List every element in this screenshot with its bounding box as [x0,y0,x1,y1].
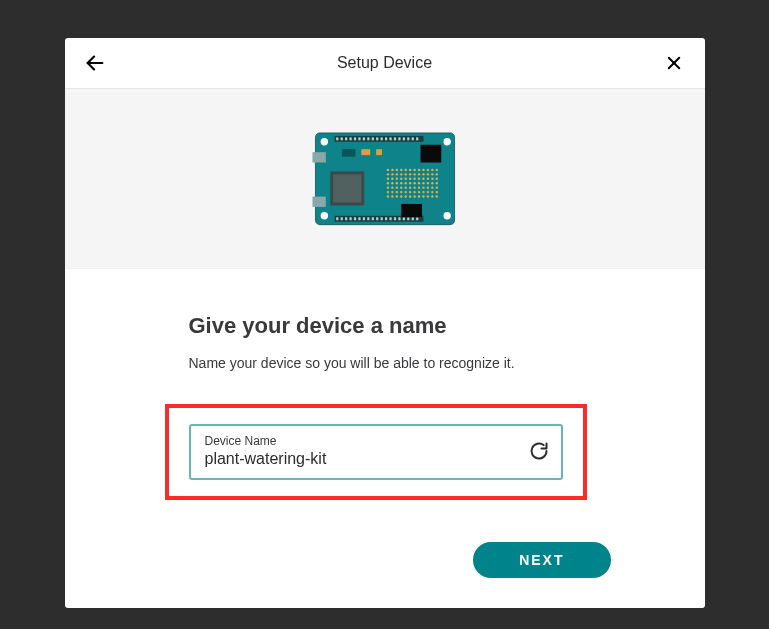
svg-point-77 [408,173,410,175]
svg-rect-30 [353,217,355,220]
svg-point-119 [435,186,437,188]
svg-point-137 [408,195,410,197]
svg-rect-43 [411,217,413,220]
svg-point-63 [400,168,402,170]
svg-rect-11 [358,137,360,140]
page-heading: Give your device a name [189,313,581,339]
svg-rect-18 [389,137,391,140]
svg-point-102 [413,182,415,184]
svg-point-111 [400,186,402,188]
svg-point-93 [426,177,428,179]
svg-point-120 [386,191,388,193]
svg-point-90 [413,177,415,179]
svg-rect-39 [393,217,395,220]
svg-point-132 [386,195,388,197]
svg-rect-6 [336,137,338,140]
svg-point-88 [404,177,406,179]
device-name-input[interactable] [205,450,529,468]
svg-rect-9 [349,137,351,140]
svg-point-140 [422,195,424,197]
svg-rect-38 [389,217,391,220]
svg-point-95 [435,177,437,179]
modal-content: Give your device a name Name your device… [65,269,705,542]
svg-rect-21 [402,137,404,140]
svg-rect-17 [385,137,387,140]
modal-header: Setup Device [65,38,705,89]
svg-point-118 [431,186,433,188]
svg-rect-24 [416,137,418,140]
svg-point-110 [395,186,397,188]
close-button[interactable] [662,51,686,75]
svg-point-131 [435,191,437,193]
input-label: Device Name [205,434,529,448]
svg-rect-5 [334,136,423,142]
svg-rect-34 [371,217,373,220]
svg-point-133 [391,195,393,197]
svg-point-115 [417,186,419,188]
svg-point-130 [431,191,433,193]
svg-point-117 [426,186,428,188]
svg-point-64 [404,168,406,170]
svg-point-99 [400,182,402,184]
svg-point-89 [408,177,410,179]
svg-rect-10 [353,137,355,140]
svg-point-96 [386,182,388,184]
svg-rect-36 [380,217,382,220]
svg-rect-19 [393,137,395,140]
svg-point-86 [395,177,397,179]
svg-point-84 [386,177,388,179]
svg-point-134 [395,195,397,197]
svg-point-116 [422,186,424,188]
setup-device-modal: Setup Device [65,38,705,608]
svg-point-104 [422,182,424,184]
svg-point-124 [404,191,406,193]
modal-footer: NEXT [65,542,705,608]
svg-point-94 [431,177,433,179]
svg-point-121 [391,191,393,193]
svg-point-73 [391,173,393,175]
svg-rect-52 [333,174,361,202]
back-button[interactable] [83,51,107,75]
svg-rect-7 [340,137,342,140]
svg-rect-42 [407,217,409,220]
svg-point-68 [422,168,424,170]
svg-point-83 [435,173,437,175]
svg-point-65 [408,168,410,170]
modal-title: Setup Device [337,54,432,72]
svg-rect-16 [380,137,382,140]
svg-point-81 [426,173,428,175]
svg-rect-56 [361,149,370,155]
svg-point-71 [435,168,437,170]
svg-rect-29 [349,217,351,220]
svg-rect-14 [371,137,373,140]
svg-rect-55 [342,149,355,156]
svg-point-142 [431,195,433,197]
svg-point-48 [443,212,450,219]
svg-point-112 [404,186,406,188]
svg-rect-41 [402,217,404,220]
svg-rect-57 [376,149,382,155]
highlighted-region: Device Name [165,404,587,500]
svg-point-91 [417,177,419,179]
next-button[interactable]: NEXT [473,542,610,578]
svg-rect-37 [385,217,387,220]
svg-point-106 [431,182,433,184]
svg-point-108 [386,186,388,188]
svg-point-139 [417,195,419,197]
svg-point-67 [417,168,419,170]
svg-rect-15 [376,137,378,140]
svg-point-75 [400,173,402,175]
arrow-left-icon [84,52,106,74]
svg-rect-49 [312,152,325,162]
svg-rect-22 [407,137,409,140]
svg-point-60 [386,168,388,170]
svg-point-127 [417,191,419,193]
svg-point-66 [413,168,415,170]
page-description: Name your device so you will be able to … [189,355,581,371]
svg-rect-12 [362,137,364,140]
device-name-field[interactable]: Device Name [189,424,563,480]
svg-rect-54 [401,204,422,217]
svg-rect-28 [345,217,347,220]
regenerate-name-button[interactable] [529,441,549,461]
svg-rect-35 [376,217,378,220]
